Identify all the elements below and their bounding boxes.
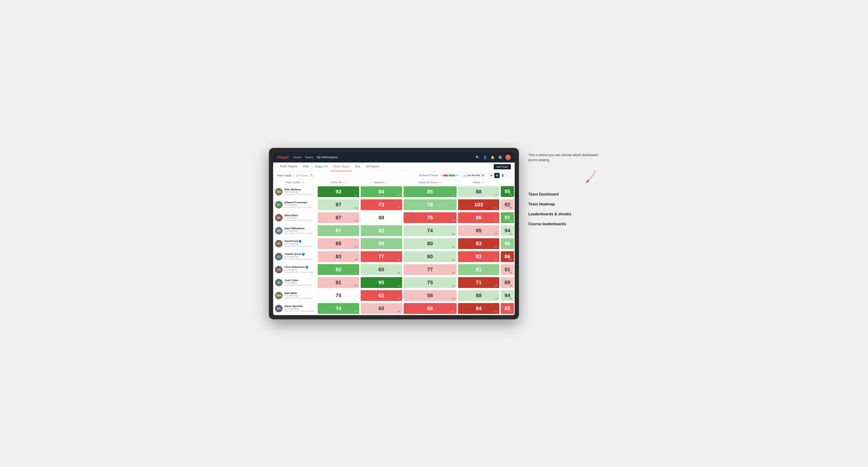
th-off-tee-sort[interactable]: ▲▼ <box>343 181 346 184</box>
metric-change: 9▲ <box>452 207 455 209</box>
table-row[interactable]: MMMatt Miller6-10 HandicapWoburn Golf Cl… <box>273 289 515 302</box>
last-rounds-button[interactable]: 📊 Last Rounds: 20 <box>461 173 486 178</box>
player-name: Dave Billingham <box>284 227 315 230</box>
table-row[interactable]: CQCharlie Quick6-10 HandicapSt. George's… <box>273 250 515 263</box>
annotation-description: This is where you can choose which dashb… <box>528 153 599 162</box>
view-person-button[interactable]: 👤 <box>500 173 505 178</box>
th-putting-sort[interactable]: ▲▼ <box>481 181 485 184</box>
metric-putting-cell: 941▲ <box>500 224 515 237</box>
table-row[interactable]: EEElliot Ebert1-5 HandicapSunningdale Go… <box>273 211 515 224</box>
metric-value: 83 <box>476 253 482 260</box>
metric-player-quality-cell: 748▲ <box>317 302 360 315</box>
metric-value: 88 <box>476 292 482 299</box>
metric-around-green-cell: 8310▼ <box>457 237 500 250</box>
metric-approach-cell: 752▲ <box>403 276 457 289</box>
metric-putting-cell: 923▼ <box>500 198 515 211</box>
th-player-quality-label: Player Quality <box>285 181 300 184</box>
player-avatar: CR <box>275 266 283 273</box>
metric-player-quality-cell: 813▼ <box>317 276 360 289</box>
metric-value: 84 <box>378 189 384 195</box>
search-icon[interactable]: 🔍 <box>475 155 480 160</box>
metric-value: 74 <box>427 228 433 234</box>
metric-off-tee-cell: 613▼ <box>360 289 403 302</box>
metric-off-tee-cell: 88 <box>360 211 403 224</box>
player-cell-2: EEElliot Ebert1-5 HandicapSunningdale Go… <box>273 211 317 224</box>
view-download-button[interactable]: ↓ <box>506 173 511 178</box>
table-row[interactable]: DFDavid FordPlus HandicapRoyal North Dev… <box>273 237 515 250</box>
player-name: David Ford <box>284 240 315 243</box>
add-team-button[interactable]: Add Team <box>494 164 511 169</box>
th-approach-sort[interactable]: ▲▼ <box>385 181 389 184</box>
sub-nav-hcaps[interactable]: Hcaps 1-5 <box>312 162 331 171</box>
metric-value: 74 <box>336 305 341 312</box>
metric-value: 75 <box>427 280 433 286</box>
th-putting-label: Putting <box>473 181 480 184</box>
metric-off-tee-cell: 897▲ <box>360 237 403 250</box>
user-avatar[interactable]: U <box>505 154 511 160</box>
metric-around-green-cell: 10315▲ <box>457 198 500 211</box>
metric-player-quality-cell: 934▲ <box>317 185 360 198</box>
sub-nav-team-clippd[interactable]: Team Clippd <box>331 162 352 171</box>
view-grid-button[interactable]: ⊞ <box>489 173 494 178</box>
edit-icon[interactable]: ✏️ <box>310 174 313 177</box>
sub-nav-pgat[interactable]: PGAT Players <box>277 162 300 171</box>
table-row[interactable]: ANAaron Nicholls11-15 HandicapDrift Golf… <box>273 302 515 315</box>
th-around-green-label: Around the Green <box>418 181 437 184</box>
player-club: Drift Golf Club, United Kingdom <box>284 310 314 312</box>
table-row[interactable]: DBDave Billingham1-5 HandicapGog Magog G… <box>273 224 515 237</box>
dashboard-option-3[interactable]: Course leaderboards <box>528 219 599 229</box>
player-cell-1: ECEdward Crossman1-5 HandicapSunningdale… <box>273 198 317 211</box>
separator: | <box>293 174 294 177</box>
sub-nav: PGAT Players PGA Hcaps 1-5 Team Clippd T… <box>273 162 515 172</box>
player-cell-7: JCJosh Coles1-5 HandicapRoyal North Devo… <box>273 276 317 289</box>
table-header: Player Quality ▲▼ Off the Tee ▲▼ <box>273 180 515 185</box>
th-player-sort[interactable]: ▲▼ <box>301 181 305 184</box>
metric-change: 2▲ <box>398 272 401 274</box>
player-club: Royal North Devon Golf Club, United King… <box>284 284 315 286</box>
dashboard-option-0[interactable]: Team Dashboard <box>528 189 599 199</box>
metric-change: 3▲ <box>354 272 358 274</box>
metric-off-tee-cell: 7311▼ <box>360 198 403 211</box>
metric-change: 3▼ <box>354 284 358 287</box>
person-icon[interactable]: 👤 <box>483 155 487 160</box>
player-handicap: 6-10 Handicap <box>284 294 315 297</box>
th-around-green-sort[interactable]: ▲▼ <box>438 181 441 184</box>
metric-change: 8▼ <box>509 258 513 261</box>
nav-my-performance[interactable]: My Performance <box>317 155 338 160</box>
view-heatmap-button[interactable]: ▦ <box>494 173 500 178</box>
dashboard-option-2[interactable]: Leaderboards & streaks <box>528 209 599 219</box>
metric-change: 6▲ <box>398 194 401 196</box>
player-cell-0: BMBlair McHargPlus HandicapRoyal North D… <box>273 185 317 198</box>
player-club: Gog Magog Golf Club, United Kingdom <box>284 232 315 235</box>
th-around-green: Around the Green ▲▼ <box>403 180 457 185</box>
metric-value: 87 <box>336 215 341 221</box>
nav-teams[interactable]: Teams <box>305 155 313 160</box>
bell-icon[interactable]: 🔔 <box>490 155 495 160</box>
metric-player-quality-cell: 873▼ <box>317 211 360 224</box>
metric-value: 83 <box>476 241 482 247</box>
metric-value: 75 <box>427 215 433 221</box>
nav-home[interactable]: Home <box>293 155 301 160</box>
metric-putting-cell: 959▲ <box>500 185 515 198</box>
metric-change: 1▲ <box>509 232 513 235</box>
metric-value: 61 <box>378 292 384 299</box>
metric-around-green-cell: 7111▼ <box>457 276 500 289</box>
table-row[interactable]: BMBlair McHargPlus HandicapRoyal North D… <box>273 185 515 198</box>
table-row[interactable]: CRChris Robertson1-5 HandicapCraigmillar… <box>273 263 515 276</box>
settings-icon[interactable]: ⚙️ <box>498 155 502 160</box>
player-cell-3: DBDave Billingham1-5 HandicapGog Magog G… <box>273 224 317 237</box>
nav-links: Home Teams My Performance <box>293 155 470 160</box>
table-row[interactable]: JCJosh Coles1-5 HandicapRoyal North Devo… <box>273 276 515 289</box>
player-avatar: EE <box>275 214 283 221</box>
sub-nav-pga[interactable]: PGA <box>300 162 312 171</box>
sub-nav-tour[interactable]: Tour <box>352 162 363 171</box>
table-row[interactable]: ECEdward Crossman1-5 HandicapSunningdale… <box>273 198 515 211</box>
metric-off-tee-cell: 824▲ <box>360 224 403 237</box>
player-avatar: DF <box>275 240 283 247</box>
metric-approach-cell: 753▼ <box>403 211 457 224</box>
top-nav: clippd Home Teams My Performance 🔍 👤 🔔 ⚙… <box>273 152 515 162</box>
sub-nav-all-players[interactable]: All Players <box>363 162 382 171</box>
metric-value: 60 <box>378 305 384 312</box>
player-avatar: CQ <box>275 253 283 260</box>
dashboard-option-1[interactable]: Team Heatmap <box>528 199 599 209</box>
